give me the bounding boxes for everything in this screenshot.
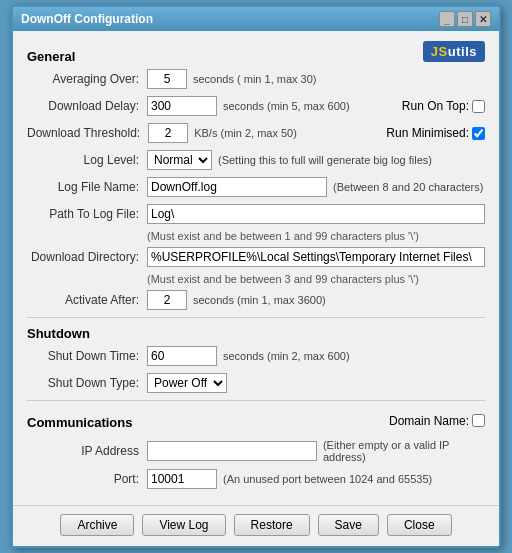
ip-address-input[interactable] [147,441,317,461]
minimize-button[interactable]: _ [439,11,455,27]
activate-after-input[interactable] [147,290,187,310]
path-to-log-label: Path To Log File: [27,207,147,221]
communications-header-row: Communications Domain Name: [27,407,485,434]
ip-address-label: IP Address [27,444,147,458]
run-minimised-label: Run Minimised: [386,126,469,140]
download-directory-label: Download Directory: [27,250,147,264]
shut-down-time-label: Shut Down Time: [27,349,147,363]
activate-after-row: Activate After: seconds (min 1, max 3600… [27,289,485,311]
log-level-hint: (Setting this to full will generate big … [218,154,432,166]
download-delay-hint: seconds (min 5, max 600) [223,100,350,112]
maximize-button[interactable]: □ [457,11,473,27]
averaging-over-row: Averaging Over: seconds ( min 1, max 30) [27,68,485,90]
shut-down-type-label: Shut Down Type: [27,376,147,390]
save-button[interactable]: Save [318,514,379,536]
domain-name-checkbox[interactable] [472,414,485,427]
path-to-log-input[interactable] [147,204,485,224]
restore-button[interactable]: Restore [234,514,310,536]
activate-after-hint: seconds (min 1, max 3600) [193,294,326,306]
shut-down-type-select[interactable]: Power Off Restart Hibernate Log Off [147,373,227,393]
view-log-button[interactable]: View Log [142,514,225,536]
log-level-label: Log Level: [27,153,147,167]
download-delay-row: Download Delay: seconds (min 5, max 600)… [27,95,485,117]
port-hint: (An unused port between 1024 and 65535) [223,473,432,485]
averaging-over-hint: seconds ( min 1, max 30) [193,73,317,85]
run-minimised-checkbox[interactable] [472,127,485,140]
log-level-select[interactable]: Normal Full [147,150,212,170]
download-threshold-label: Download Threshold: [27,126,148,140]
general-section-title: General [27,49,75,64]
download-delay-label: Download Delay: [27,99,147,113]
port-row: Port: (An unused port between 1024 and 6… [27,468,485,490]
ip-address-row: IP Address (Either empty or a valid IP a… [27,439,485,463]
shut-down-time-input[interactable] [147,346,217,366]
run-on-top-label: Run On Top: [402,99,469,113]
divider-1 [27,317,485,318]
general-header-row: General JSutils [27,41,485,68]
jsutils-rest: utils [448,44,477,59]
ip-address-hint: (Either empty or a valid IP address) [323,439,485,463]
averaging-over-input[interactable] [147,69,187,89]
shutdown-section-title: Shutdown [27,326,485,341]
averaging-over-label: Averaging Over: [27,72,147,86]
port-input[interactable] [147,469,217,489]
activate-after-label: Activate After: [27,293,147,307]
main-window: DownOff Configuration _ □ ✕ General JSut… [11,5,501,548]
download-threshold-row: Download Threshold: KB/s (min 2, max 50)… [27,122,485,144]
shut-down-type-row: Shut Down Type: Power Off Restart Hibern… [27,372,485,394]
communications-section-title: Communications [27,415,132,430]
download-threshold-hint: KB/s (min 2, max 50) [194,127,297,139]
download-directory-row: Download Directory: [27,246,485,268]
port-label: Port: [27,472,147,486]
download-directory-hint: (Must exist and be between 3 and 99 char… [147,273,485,285]
jsutils-badge: JSutils [423,41,485,62]
domain-name-label: Domain Name: [389,414,469,428]
content-area: General JSutils Averaging Over: seconds … [13,31,499,505]
title-bar: DownOff Configuration _ □ ✕ [13,7,499,31]
divider-2 [27,400,485,401]
close-button[interactable]: Close [387,514,452,536]
download-threshold-input[interactable] [148,123,188,143]
title-bar-buttons: _ □ ✕ [439,11,491,27]
archive-button[interactable]: Archive [60,514,134,536]
path-to-log-row: Path To Log File: [27,203,485,225]
log-file-name-input[interactable] [147,177,327,197]
jsutils-j: JS [431,44,448,59]
shut-down-time-row: Shut Down Time: seconds (min 2, max 600) [27,345,485,367]
run-on-top-checkbox[interactable] [472,100,485,113]
download-delay-input[interactable] [147,96,217,116]
log-file-name-hint: (Between 8 and 20 characters) [333,181,483,193]
button-bar: Archive View Log Restore Save Close [13,505,499,546]
download-directory-input[interactable] [147,247,485,267]
shut-down-time-hint: seconds (min 2, max 600) [223,350,350,362]
log-level-row: Log Level: Normal Full (Setting this to … [27,149,485,171]
log-file-name-row: Log File Name: (Between 8 and 20 charact… [27,176,485,198]
close-button[interactable]: ✕ [475,11,491,27]
path-to-log-hint: (Must exist and be between 1 and 99 char… [147,230,485,242]
log-file-name-label: Log File Name: [27,180,147,194]
window-title: DownOff Configuration [21,12,153,26]
